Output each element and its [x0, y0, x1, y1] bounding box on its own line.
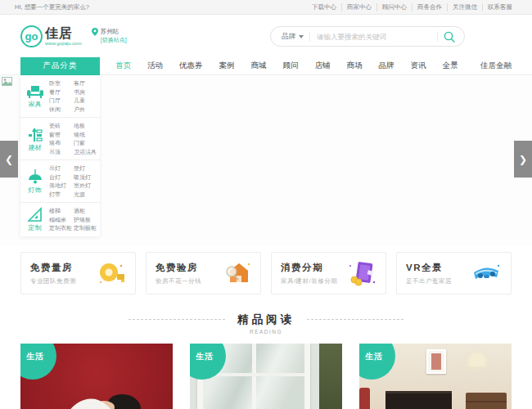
category-link[interactable]: 落地灯 [49, 182, 74, 191]
chevron-down-icon [299, 35, 304, 41]
category-link[interactable]: 壁灯 [74, 164, 98, 173]
nav-item-coupons[interactable]: 优惠券 [179, 61, 203, 71]
service-card-vr-panorama[interactable]: VR全景 足不出户逛家居 [396, 252, 512, 294]
topbar-greeting: HI, 想要一个更完美的家么? [15, 3, 89, 11]
category-link[interactable]: 地板 [74, 122, 98, 131]
chevron-right-icon: ❯ [519, 154, 527, 165]
nav-item-brands[interactable]: 品牌 [379, 61, 394, 71]
category-link[interactable]: 定制衣柜 [49, 224, 74, 233]
category-link[interactable]: 台灯 [49, 173, 74, 182]
search-button[interactable] [438, 31, 464, 43]
tape-measure-icon [97, 259, 126, 287]
location-selector: 苏州站 [切换站点] [92, 28, 127, 44]
nav-item-panorama[interactable]: 全景 [443, 61, 458, 71]
logo-url: www.gojiaju.com [45, 41, 82, 46]
service-card-installment[interactable]: 消费分期 家具/建材/装修分期 [271, 252, 386, 294]
service-title: VR全景 [406, 262, 452, 274]
carousel-next-button[interactable]: ❯ [514, 141, 532, 178]
category-link[interactable]: 餐厅 [49, 88, 74, 97]
category-link[interactable]: 门窗 [74, 139, 98, 148]
category-name[interactable]: 定制 [29, 223, 42, 232]
category-link[interactable]: 酒柜 [74, 207, 98, 216]
switch-city-link[interactable]: [切换站点] [101, 36, 127, 44]
category-link[interactable]: 户外 [74, 106, 98, 115]
category-link[interactable]: 楼梯 [49, 207, 74, 216]
topbar-link-advisor-center[interactable]: 顾问中心 [376, 3, 412, 11]
topbar-link-merchant-center[interactable]: 商家中心 [341, 3, 376, 11]
search-input[interactable] [310, 33, 437, 41]
category-link[interactable]: 室外灯 [74, 182, 98, 191]
nav-item-cases[interactable]: 案例 [219, 61, 235, 71]
category-link[interactable]: 书房 [74, 88, 98, 97]
category-link[interactable]: 儿童 [74, 97, 98, 106]
nav-item-finance[interactable]: 佳居金融 [480, 61, 512, 71]
article-tag: 生活 [196, 351, 214, 362]
category-link[interactable]: 光源 [74, 191, 98, 200]
category-link[interactable]: 吊顶 [49, 148, 74, 157]
nav-item-news[interactable]: 资讯 [411, 61, 426, 71]
chevron-left-icon: ❮ [5, 154, 13, 165]
category-name[interactable]: 家具 [29, 100, 42, 109]
category-link[interactable]: 灯带 [49, 191, 74, 200]
category-link[interactable]: 墙纸 [74, 131, 98, 140]
article-tag-badge: 生活 [20, 344, 56, 380]
pendant-lamp-icon [27, 169, 43, 185]
service-title: 免费验房 [156, 262, 201, 274]
article-card-window[interactable]: 生活 [190, 344, 342, 409]
category-link[interactable]: 护墙板 [74, 216, 98, 225]
topbar-link-download-center[interactable]: 下载中心 [307, 3, 341, 11]
topbar-link-business-coop[interactable]: 商务合作 [412, 3, 447, 11]
nav-item-markets[interactable]: 商场 [347, 61, 363, 71]
dashed-divider-left [128, 319, 225, 320]
service-card-free-measure[interactable]: 免费量房 专业团队免费测 [20, 252, 136, 294]
articles-row: 生活 生活 生活 [0, 335, 532, 409]
category-link[interactable]: 窗帘 [49, 131, 74, 140]
topbar-link-contact-service[interactable]: 联系客服 [482, 3, 517, 11]
nav-item-mall[interactable]: 商城 [251, 61, 267, 71]
triangle-ruler-icon [27, 207, 43, 222]
nav-items: 首页 活动 优惠券 案例 商城 顾问 店铺 商场 品牌 资讯 全景 [115, 61, 458, 71]
category-link[interactable]: 吊灯 [49, 164, 74, 173]
category-link[interactable]: 卧室 [49, 79, 74, 88]
category-link[interactable]: 客厅 [74, 79, 98, 88]
category-link[interactable]: 休闲 [49, 106, 74, 115]
article-card-piano-room[interactable]: 生活 [359, 344, 512, 409]
article-tag: 生活 [26, 351, 44, 362]
location-city: 苏州站 [101, 28, 127, 36]
search-category-dropdown[interactable]: 品牌 [271, 32, 309, 42]
category-link[interactable]: 定制橱柜 [74, 224, 98, 233]
category-name[interactable]: 建材 [29, 143, 42, 152]
dashed-divider-right [307, 319, 404, 320]
carousel-prev-button[interactable]: ❮ [0, 141, 18, 178]
category-group-custom: 定制 楼梯 酒柜 榻榻米 护墙板 定制衣柜 定制橱柜 [20, 203, 100, 236]
search-icon [444, 31, 455, 43]
main-nav: 产品分类 首页 活动 优惠券 案例 商城 顾问 店铺 商场 品牌 资讯 全景 佳… [0, 57, 532, 75]
category-link[interactable]: 榻榻米 [49, 216, 74, 225]
service-card-free-inspection[interactable]: 免费验房 验房不花一分钱 [146, 252, 261, 294]
search-category-label: 品牌 [282, 32, 295, 42]
article-card-wedding[interactable]: 生活 [20, 344, 173, 409]
category-panel: 家具 卧室 客厅 餐厅 书房 门厅 儿童 休闲 户外 [20, 75, 100, 236]
category-link[interactable]: 吸顶灯 [74, 173, 98, 182]
nav-item-advisors[interactable]: 顾问 [283, 61, 299, 71]
banner-carousel: 家具 卧室 客厅 餐厅 书房 门厅 儿童 休闲 户外 [0, 75, 532, 245]
topbar-link-wechat[interactable]: 关注微信 [447, 3, 482, 11]
nav-item-home[interactable]: 首页 [115, 61, 131, 71]
reading-section-header: 精品阅读 READING [0, 312, 532, 335]
nav-item-activities[interactable]: 活动 [147, 61, 163, 71]
nav-item-shops[interactable]: 店铺 [315, 61, 331, 71]
service-title: 免费量房 [30, 262, 76, 274]
category-link[interactable]: 瓷砖 [49, 122, 74, 131]
building-materials-icon [28, 127, 43, 142]
topbar-links: 下载中心 商家中心 顾问中心 商务合作 关注微信 联系客服 [307, 3, 517, 11]
logo[interactable]: go 佳居 www.gojiaju.com [20, 25, 82, 47]
category-name[interactable]: 灯饰 [29, 186, 42, 195]
vr-headset-icon [471, 259, 502, 287]
logo-go-circle: go [20, 25, 43, 47]
category-link[interactable]: 卫浴洁具 [74, 148, 98, 157]
category-link[interactable]: 墙布 [49, 139, 74, 148]
product-categories-button[interactable]: 产品分类 [20, 57, 100, 75]
service-subtitle: 专业团队免费测 [30, 277, 76, 285]
category-link[interactable]: 门厅 [49, 97, 74, 106]
service-title: 消费分期 [281, 262, 337, 274]
